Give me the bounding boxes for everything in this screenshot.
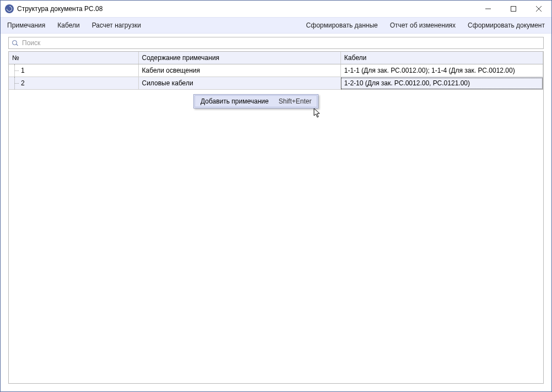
app-window: Структура документа РС.08 Примечания Каб…	[0, 0, 552, 392]
cell-cables[interactable]: 1-2-10 (Для зак. РС.0012.00, РС.0121.00)	[340, 77, 543, 90]
tab-cables[interactable]: Кабели	[53, 18, 84, 33]
svg-line-2	[536, 6, 542, 12]
cell-num[interactable]: 2	[9, 77, 138, 90]
maximize-button[interactable]	[501, 1, 526, 17]
minimize-icon	[485, 6, 491, 12]
toolbar: Примечания Кабели Расчет нагрузки Сформи…	[1, 17, 551, 34]
cell-content[interactable]: Кабели освещения	[138, 64, 340, 77]
table-row[interactable]: 2 Силовые кабели 1-2-10 (Для зак. РС.001…	[9, 77, 543, 90]
notes-table: № Содержание примечания Кабели 1 Кабели …	[9, 52, 543, 90]
col-header-num[interactable]: №	[9, 52, 138, 64]
cell-content[interactable]: Силовые кабели	[138, 77, 340, 90]
cell-num[interactable]: 1	[9, 64, 138, 77]
search-icon	[11, 39, 19, 47]
tab-notes[interactable]: Примечания	[3, 18, 50, 33]
titlebar: Структура документа РС.08	[1, 1, 551, 17]
close-icon	[536, 6, 542, 12]
minimize-button[interactable]	[475, 1, 501, 17]
app-icon	[5, 4, 14, 13]
search-field-wrap[interactable]	[8, 37, 544, 49]
form-data-button[interactable]: Сформировать данные	[302, 18, 382, 33]
search-input[interactable]	[21, 39, 541, 47]
cell-cables[interactable]: 1-1-1 (Для зак. РС.0012.00); 1-1-4 (Для …	[340, 64, 543, 77]
form-doc-button[interactable]: Сформировать документ	[463, 18, 549, 33]
menu-add-note-shortcut: Shift+Enter	[279, 97, 312, 105]
window-controls	[475, 1, 551, 17]
table-row[interactable]: 1 Кабели освещения 1-1-1 (Для зак. РС.00…	[9, 64, 543, 77]
table-header-row: № Содержание примечания Кабели	[9, 52, 543, 64]
maximize-icon	[511, 6, 516, 12]
window-title: Структура документа РС.08	[17, 5, 102, 13]
context-menu: Добавить примечание Shift+Enter	[193, 94, 318, 108]
svg-rect-1	[511, 7, 516, 12]
col-header-cables[interactable]: Кабели	[340, 52, 543, 64]
col-header-content[interactable]: Содержание примечания	[138, 52, 340, 64]
svg-line-3	[536, 6, 542, 12]
menu-add-note[interactable]: Добавить примечание Shift+Enter	[194, 95, 317, 107]
tab-load-calc[interactable]: Расчет нагрузки	[88, 18, 145, 33]
close-button[interactable]	[526, 1, 551, 17]
menu-add-note-label: Добавить примечание	[201, 97, 269, 105]
content-area: № Содержание примечания Кабели 1 Кабели …	[1, 34, 551, 391]
change-report-button[interactable]: Отчет об изменениях	[386, 18, 460, 33]
